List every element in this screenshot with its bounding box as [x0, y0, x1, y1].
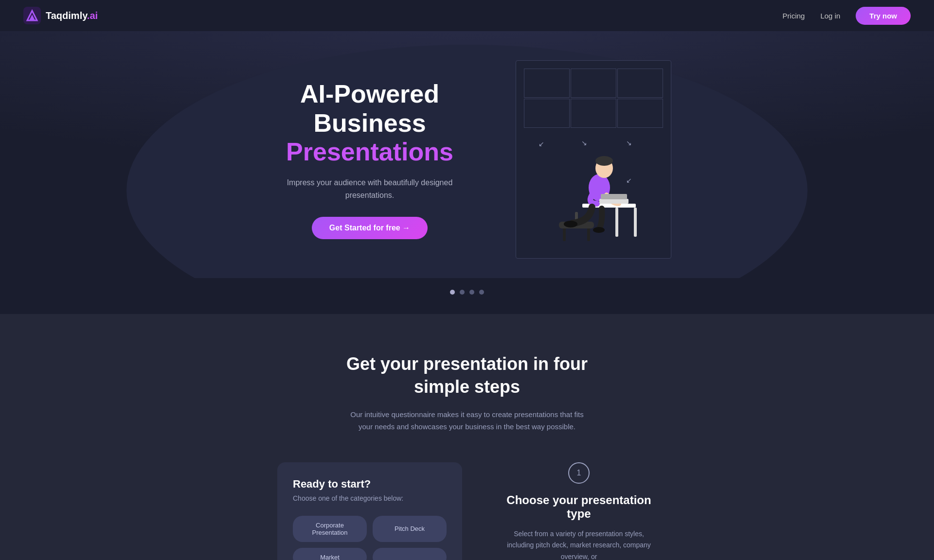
login-link[interactable]: Log in: [820, 12, 840, 20]
hero-title-line1: AI-Powered: [263, 80, 477, 109]
dot-4[interactable]: [479, 290, 484, 295]
card-title: Ready to start?: [293, 478, 447, 490]
svg-text:↙: ↙: [626, 176, 632, 184]
brand-name: Taqdimly.ai: [46, 10, 98, 21]
svg-rect-4: [587, 227, 590, 241]
hero-text: AI-Powered Business Presentations Impres…: [263, 80, 477, 240]
dot-3[interactable]: [469, 290, 474, 295]
pitch-deck-button[interactable]: Pitch Deck: [373, 516, 447, 542]
market-button[interactable]: Market: [293, 548, 367, 560]
pricing-link[interactable]: Pricing: [783, 12, 805, 20]
corporate-presentation-button[interactable]: CorporatePresentation: [293, 516, 367, 542]
steps-title: Get your presentation in four simple ste…: [345, 353, 589, 399]
grid-cell: [571, 99, 616, 128]
navbar: Taqdimly.ai Pricing Log in Try now: [0, 0, 934, 31]
steps-content: Ready to start? Choose one of the catego…: [199, 462, 735, 560]
hero-illustration: ↙ ↘ ↘ ↙: [516, 60, 671, 259]
person-illustration: ↙ ↘ ↘ ↙: [524, 132, 641, 248]
dot-1[interactable]: [450, 290, 455, 295]
hero-title-accent: Presentations: [263, 138, 477, 167]
svg-rect-14: [601, 194, 627, 199]
hero-section: AI-Powered Business Presentations Impres…: [0, 0, 934, 278]
svg-rect-3: [563, 227, 566, 241]
grid-cell: [524, 99, 570, 128]
svg-text:↙: ↙: [539, 140, 544, 148]
carousel-dots: [0, 278, 934, 314]
step-name: Choose your presentation type: [501, 493, 657, 521]
svg-rect-9: [634, 208, 637, 237]
svg-point-15: [564, 221, 577, 228]
step-number: 1: [568, 462, 590, 484]
svg-rect-13: [599, 199, 629, 204]
svg-text:↘: ↘: [581, 139, 587, 147]
step-1-info: 1 Choose your presentation type Select f…: [501, 462, 657, 560]
svg-text:↘: ↘: [626, 139, 632, 147]
illustration-box: ↙ ↘ ↘ ↙: [516, 60, 671, 259]
dot-2[interactable]: [460, 290, 465, 295]
svg-point-12: [595, 156, 613, 166]
category-button-4[interactable]: [373, 548, 447, 560]
card-description: Choose one of the categories below:: [293, 494, 447, 502]
grid-cell: [617, 69, 663, 98]
svg-rect-8: [615, 208, 618, 237]
grid-cell: [571, 69, 616, 98]
category-card: Ready to start? Choose one of the catego…: [277, 462, 462, 560]
hero-title-line2: Business: [263, 109, 477, 138]
steps-header: Get your presentation in four simple ste…: [39, 353, 895, 433]
svg-point-16: [593, 227, 605, 233]
logo[interactable]: Taqdimly.ai: [23, 7, 98, 24]
steps-subtitle: Our intuitive questionnaire makes it eas…: [350, 408, 584, 433]
get-started-button[interactable]: Get Started for free →: [312, 217, 428, 239]
grid-cell: [524, 69, 570, 98]
try-now-button[interactable]: Try now: [856, 7, 911, 25]
category-grid: CorporatePresentation Pitch Deck Market: [293, 516, 447, 560]
nav-links: Pricing Log in Try now: [783, 7, 911, 25]
steps-section: Get your presentation in four simple ste…: [0, 314, 934, 560]
hero-content: AI-Powered Business Presentations Impres…: [175, 31, 759, 278]
logo-icon: [23, 7, 41, 24]
hero-subtitle: Impress your audience with beautifully d…: [263, 176, 477, 201]
grid-cell: [617, 99, 663, 128]
step-description: Select from a variety of presentation st…: [501, 528, 657, 560]
illustration-grid: [524, 69, 663, 128]
